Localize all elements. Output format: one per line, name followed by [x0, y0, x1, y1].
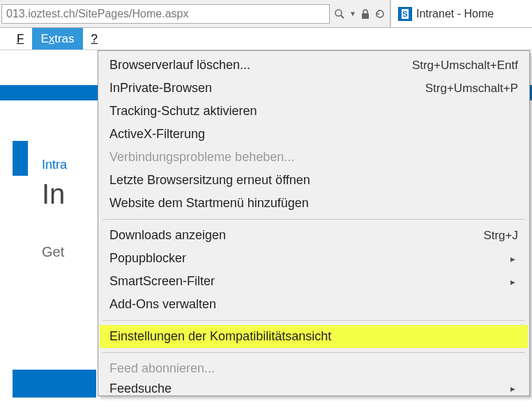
submenu-arrow-icon [510, 276, 518, 287]
menu-item-label: Feedsuche [109, 381, 510, 393]
browser-tab[interactable]: S Intranet - Home [390, 0, 532, 27]
menu-item[interactable]: Website dem Startmenü hinzufügen [100, 192, 528, 215]
breadcrumb[interactable]: Intra [42, 158, 67, 172]
refresh-icon[interactable] [374, 8, 386, 20]
menu-item-label: Browserverlauf löschen... [109, 58, 412, 73]
menu-separator [102, 219, 525, 220]
svg-rect-2 [362, 13, 369, 19]
extras-dropdown: Browserverlauf löschen...Strg+Umschalt+E… [98, 50, 530, 396]
menu-item[interactable]: Add-Ons verwalten [100, 293, 528, 316]
menu-item[interactable]: SmartScreen-Filter [100, 270, 528, 293]
sharepoint-icon: S [398, 7, 412, 21]
dropdown-chevron-icon[interactable]: ▼ [349, 10, 356, 17]
menu-item[interactable]: Einstellungen der Kompatibilitätsansicht [100, 325, 528, 348]
menu-item[interactable]: Downloads anzeigenStrg+J [100, 224, 528, 247]
menu-extras[interactable]: Extras [32, 28, 82, 50]
address-bar[interactable]: 013.ioztest.ch/SitePages/Home.aspx [1, 4, 330, 24]
menu-item-label: Einstellungen der Kompatibilitätsansicht [109, 329, 518, 344]
lock-icon[interactable] [360, 8, 370, 20]
menu-item-label: Popupblocker [109, 251, 510, 266]
menu-item[interactable]: Feedsuche [100, 380, 528, 393]
submenu-arrow-icon [510, 253, 518, 264]
content-block [13, 370, 96, 398]
menu-item-shortcut: Strg+Umschalt+Entf [412, 59, 518, 73]
page-title: In [42, 179, 65, 210]
menu-item: Verbindungsprobleme beheben... [100, 146, 528, 169]
submenu-arrow-icon [510, 383, 518, 393]
menu-item[interactable]: InPrivate-BrowsenStrg+Umschalt+P [100, 77, 528, 100]
menu-item[interactable]: Tracking-Schutz aktivieren [100, 100, 528, 123]
tab-title: Intranet - Home [416, 8, 494, 20]
site-logo[interactable] [13, 141, 28, 176]
menu-item-label: Verbindungsprobleme beheben... [109, 150, 518, 165]
menu-favoriten[interactable]: F [8, 28, 32, 50]
menu-item-label: Add-Ons verwalten [109, 297, 518, 312]
menu-item-label: SmartScreen-Filter [109, 274, 510, 289]
url-text: 013.ioztest.ch/SitePages/Home.aspx [6, 8, 188, 20]
menu-item-label: Feed abonnieren... [109, 361, 518, 376]
address-bar-container: 013.ioztest.ch/SitePages/Home.aspx ▼ [0, 0, 390, 27]
menu-item[interactable]: Popupblocker [100, 247, 528, 270]
menu-item-label: InPrivate-Browsen [109, 81, 425, 96]
menu-item-label: Downloads anzeigen [109, 228, 483, 243]
menu-help[interactable]: ? [83, 28, 106, 50]
page-subheading: Get [42, 244, 64, 260]
menu-item-shortcut: Strg+J [483, 229, 518, 243]
menu-item-label: Tracking-Schutz aktivieren [109, 104, 518, 119]
menu-item: Feed abonnieren... [100, 357, 528, 380]
search-icon[interactable] [334, 8, 345, 20]
menu-item-shortcut: Strg+Umschalt+P [425, 82, 518, 96]
menu-item-label: Letzte Browsersitzung erneut öffnen [109, 173, 518, 188]
browser-top-bar: 013.ioztest.ch/SitePages/Home.aspx ▼ S I… [0, 0, 532, 28]
menu-item[interactable]: Browserverlauf löschen...Strg+Umschalt+E… [100, 54, 528, 77]
menu-item-label: ActiveX-Filterung [109, 127, 518, 142]
menu-bar: F Extras ? [0, 28, 532, 50]
svg-line-1 [341, 15, 344, 18]
menu-separator [102, 320, 525, 321]
menu-help-label: ? [91, 32, 98, 46]
svg-point-0 [335, 10, 342, 16]
menu-separator [102, 352, 525, 353]
menu-item[interactable]: ActiveX-Filterung [100, 123, 528, 146]
menu-item-label: Website dem Startmenü hinzufügen [109, 196, 518, 211]
menu-item[interactable]: Letzte Browsersitzung erneut öffnen [100, 169, 528, 192]
address-bar-icons: ▼ [331, 8, 390, 20]
